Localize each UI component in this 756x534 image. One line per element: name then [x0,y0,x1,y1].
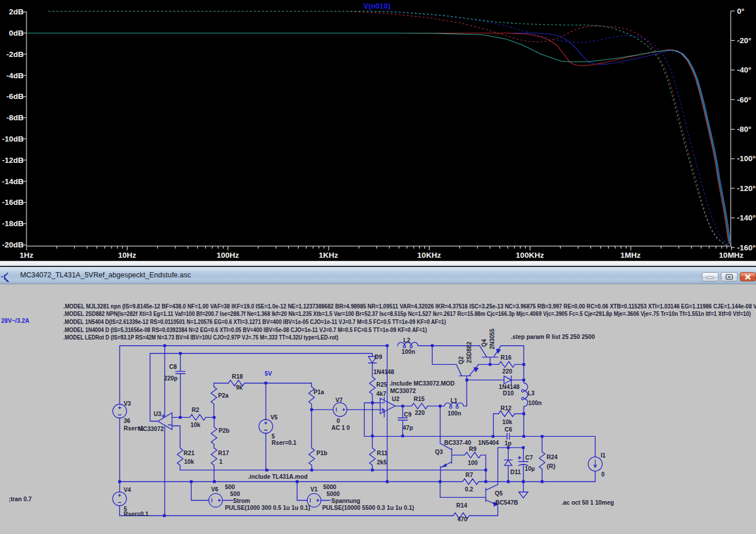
svg-text:L3: L3 [528,390,534,396]
svg-text:2k5: 2k5 [377,459,387,466]
svg-text:100n: 100n [448,410,461,417]
svg-text:V7: V7 [335,397,343,403]
svg-text:47p: 47p [403,425,413,431]
svg-text:1N5404: 1N5404 [478,440,499,446]
svg-text:R17: R17 [218,450,229,456]
svg-text:{R}: {R} [547,463,555,470]
svg-text:500: 500 [230,491,240,497]
svg-text:P2a: P2a [218,392,229,399]
svg-text:Q2: Q2 [458,356,464,364]
svg-text:R25: R25 [376,382,387,388]
svg-text:36: 36 [124,418,131,424]
svg-text:C6: C6 [505,426,512,433]
svg-text:L1: L1 [450,398,457,404]
svg-text:1N4148: 1N4148 [499,384,520,390]
svg-text:R9: R9 [469,446,476,452]
svg-text:0.2: 0.2 [465,486,474,493]
svg-text:R21: R21 [184,450,194,456]
svg-text:Spannung: Spannung [331,498,360,504]
svg-text:R16: R16 [501,354,511,361]
svg-text:P1b: P1b [316,450,327,456]
svg-text:BC337-40: BC337-40 [444,440,471,446]
svg-text:R14: R14 [456,502,467,509]
svg-text:Q3: Q3 [435,449,443,455]
svg-text:10k: 10k [502,419,512,425]
svg-text:Rser=0.1: Rser=0.1 [272,440,296,446]
svg-text:470: 470 [457,516,467,522]
svg-text:PULSE(1000 300 0.5 1u 1u 0.1): PULSE(1000 300 0.5 1u 1u 0.1) [225,505,310,511]
svg-text:100n: 100n [402,349,415,355]
svg-text:5000: 5000 [323,484,337,490]
svg-text:.MODEL MJL3281 npn (IS=9.8145e: .MODEL MJL3281 npn (IS=9.8145e-12 BF=438… [63,303,756,310]
svg-text:.MODEL 2SD882 NPN(Is=282f Xti=: .MODEL 2SD882 NPN(Is=282f Xti=3 Eg=1.11 … [63,311,751,317]
svg-text:D10: D10 [503,390,514,396]
svg-text:100n: 100n [528,400,541,406]
svg-text:220: 220 [502,368,512,375]
svg-text:AC 1 0: AC 1 0 [331,425,350,431]
svg-text:.MODEL 1N4004 D (IS=5.31656e-0: .MODEL 1N4004 D (IS=5.31656e-08 RS=0.039… [63,327,427,333]
svg-text:V5: V5 [270,414,278,421]
svg-text:.step param R list 25 250 2500: .step param R list 25 250 2500 [511,334,595,340]
svg-text:P2b: P2b [219,428,230,434]
svg-text:Q4: Q4 [481,339,487,347]
svg-text:Q5: Q5 [495,490,503,497]
svg-text:Strom: Strom [233,498,250,504]
svg-text:C9: C9 [404,411,411,418]
svg-text:2SD882: 2SD882 [466,342,472,363]
svg-text:V3: V3 [124,401,131,407]
svg-text:.MODEL LEDRot D (IS=93.1P RS=4: .MODEL LEDRot D (IS=93.1P RS=42M N=3.73 … [63,334,338,341]
svg-text:0: 0 [601,471,605,478]
svg-text:5: 5 [272,433,275,440]
svg-text:220p: 220p [164,375,177,382]
svg-text:.include TL431A.mod: .include TL431A.mod [248,474,308,480]
svg-text:R18: R18 [232,373,243,380]
svg-text:D11: D11 [510,469,521,475]
svg-text:R12: R12 [501,405,511,411]
svg-text:C8: C8 [169,364,177,370]
svg-text:.include MC33072.MOD: .include MC33072.MOD [390,380,455,387]
svg-text:I1: I1 [601,452,606,459]
svg-text:9k: 9k [236,384,243,391]
svg-text:BC547B: BC547B [495,499,518,506]
svg-text:1p: 1p [505,440,511,447]
svg-text:R2: R2 [192,407,199,413]
svg-text:R15: R15 [414,396,425,402]
svg-text:C7: C7 [525,455,533,461]
svg-text:V6: V6 [211,486,219,493]
svg-text:5V: 5V [265,371,272,377]
svg-text:2N3055: 2N3055 [489,329,495,349]
svg-text:R11: R11 [377,450,388,456]
svg-text:1: 1 [219,459,223,465]
svg-text:U3: U3 [154,411,161,417]
svg-text:5000: 5000 [327,491,340,497]
svg-text:.ac oct 50 1 10meg: .ac oct 50 1 10meg [562,499,614,506]
svg-text:R24: R24 [547,454,558,460]
svg-text:V1: V1 [311,486,318,493]
svg-text:Rser=0.1: Rser=0.1 [124,511,148,517]
svg-text:PULSE(10000 5500 0.3 1u 1u 0.1: PULSE(10000 5500 0.3 1u 1u 0.1) [322,505,414,511]
svg-text:L2: L2 [403,337,410,344]
svg-text:220: 220 [415,410,425,416]
svg-text:MC33072: MC33072 [138,426,164,432]
svg-text:;tran 0.7: ;tran 0.7 [9,496,32,502]
svg-text:0: 0 [337,418,340,424]
svg-text:28V~/3.2A: 28V~/3.2A [1,318,30,324]
svg-text:V4: V4 [124,487,131,493]
svg-text:100: 100 [468,460,478,466]
svg-text:500: 500 [225,484,235,490]
svg-text:P1a: P1a [314,389,324,395]
svg-text:R7: R7 [465,472,473,478]
svg-text:D9: D9 [375,354,382,360]
svg-text:1N4148: 1N4148 [373,369,394,375]
svg-text:MC33072: MC33072 [390,388,416,394]
svg-text:.MODEL 1N5404 D(IS=2.61339e-12: .MODEL 1N5404 D(IS=2.61339e-12 RS=0.0110… [63,319,446,325]
svg-text:10µ: 10µ [525,466,534,472]
svg-text:U2: U2 [392,396,399,402]
svg-text:4k7: 4k7 [376,391,386,397]
svg-text:10k: 10k [190,422,200,428]
svg-text:10k: 10k [184,459,194,465]
